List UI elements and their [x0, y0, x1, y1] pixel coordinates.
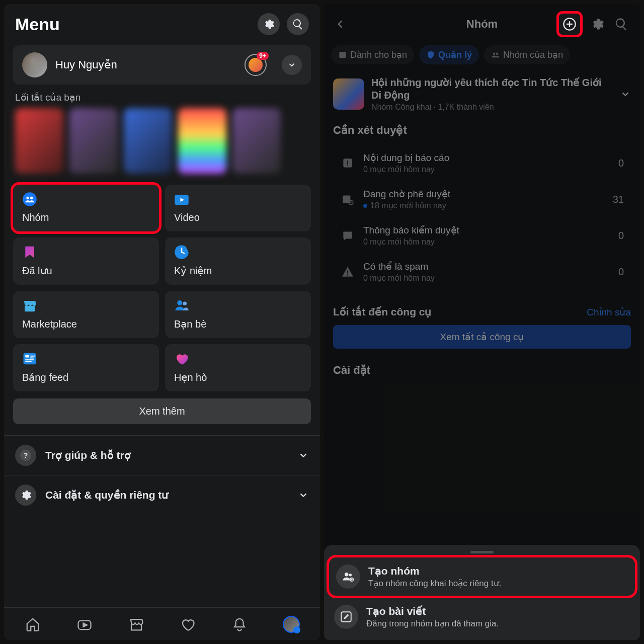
svg-point-2: [30, 197, 33, 200]
bell-icon: [232, 617, 247, 632]
settings-button[interactable]: [258, 13, 280, 35]
menu-dating[interactable]: Hẹn hò: [165, 344, 311, 391]
menu-label: Nhóm: [22, 212, 150, 223]
svg-rect-12: [30, 358, 33, 359]
gear-icon: [15, 485, 36, 506]
home-icon: [25, 617, 40, 632]
svg-marker-18: [83, 623, 87, 627]
sheet-item-sub: Tạo nhóm công khai hoặc riêng tư.: [368, 578, 501, 589]
shortcut-tile[interactable]: [178, 108, 226, 174]
menu-label: Bạn bè: [174, 318, 302, 330]
groups-icon: [22, 192, 37, 207]
friends-icon: [174, 298, 189, 313]
svg-text:?: ?: [24, 451, 28, 459]
sheet-create-post[interactable]: Tạo bài viết Đăng trong nhóm bạn đã tham…: [324, 598, 640, 636]
feed-icon: [22, 351, 37, 366]
menu-groups[interactable]: Nhóm: [13, 185, 159, 231]
menu-feeds[interactable]: Bảng feed: [13, 344, 159, 391]
svg-point-1: [27, 197, 30, 200]
create-group-icon: [336, 565, 360, 589]
sheet-create-group[interactable]: Tạo nhóm Tạo nhóm công khai hoặc riêng t…: [329, 557, 635, 596]
shortcuts-row[interactable]: [4, 108, 320, 185]
menu-label: Video: [174, 212, 302, 223]
menu-friends[interactable]: Bạn bè: [165, 291, 311, 338]
marketplace-icon: [22, 298, 37, 313]
page-title: Menu: [15, 15, 60, 34]
help-icon: ?: [15, 445, 36, 466]
menu-label: Marketplace: [22, 318, 150, 330]
chevron-down-icon: [298, 450, 309, 461]
sheet-item-title: Tạo nhóm: [368, 565, 501, 577]
menu-saved[interactable]: Đã lưu: [13, 237, 159, 285]
profile-card[interactable]: Huy Nguyễn 9+: [13, 45, 311, 85]
see-more-button[interactable]: Xem thêm: [13, 398, 311, 424]
clock-icon: [174, 245, 189, 260]
video-icon: [174, 192, 189, 207]
svg-point-0: [23, 192, 37, 206]
nav-marketplace[interactable]: [126, 614, 147, 635]
menu-memories[interactable]: Kỷ niệm: [165, 237, 311, 285]
avatar-menu-icon: [283, 616, 300, 633]
shortcut-tile[interactable]: [69, 108, 118, 174]
nav-dating[interactable]: [177, 614, 198, 635]
svg-rect-6: [25, 306, 35, 311]
nav-notifications[interactable]: [229, 614, 250, 635]
menu-video[interactable]: Video: [165, 185, 311, 231]
notification-badge: 9+: [257, 52, 269, 60]
svg-point-29: [345, 573, 349, 577]
nav-home[interactable]: [22, 614, 43, 635]
svg-rect-13: [25, 359, 34, 360]
avatar: [22, 52, 47, 77]
menu-marketplace[interactable]: Marketplace: [13, 291, 159, 338]
svg-rect-14: [25, 361, 32, 362]
shortcuts-label: Lối tắt của bạn: [4, 92, 320, 108]
svg-rect-9: [24, 353, 36, 365]
shortcut-tile[interactable]: [232, 108, 281, 174]
search-button[interactable]: [287, 13, 309, 35]
story-ring-icon[interactable]: 9+: [245, 54, 267, 76]
menu-label: Đã lưu: [22, 265, 150, 277]
plus-icon: [562, 17, 577, 31]
shortcut-tile[interactable]: [15, 108, 63, 174]
chevron-down-icon: [298, 490, 309, 501]
heart-icon: [174, 351, 189, 366]
help-label: Trợ giúp & hỗ trợ: [45, 449, 289, 461]
create-button[interactable]: [560, 15, 579, 34]
sheet-item-title: Tạo bài viết: [366, 605, 499, 617]
bottom-nav: [4, 607, 320, 640]
menu-label: Kỷ niệm: [174, 265, 302, 277]
help-row[interactable]: ? Trợ giúp & hỗ trợ: [4, 435, 320, 475]
gear-icon: [263, 18, 275, 30]
profile-name: Huy Nguyễn: [55, 58, 236, 71]
expand-profile-button[interactable]: [282, 55, 302, 75]
action-sheet: Tạo nhóm Tạo nhóm công khai hoặc riêng t…: [324, 545, 640, 640]
svg-rect-11: [30, 356, 35, 357]
menu-label: Hẹn hò: [174, 371, 302, 383]
create-post-icon: [334, 605, 358, 629]
nav-menu[interactable]: [281, 614, 302, 635]
video-icon: [77, 617, 92, 632]
menu-label: Bảng feed: [22, 371, 150, 383]
svg-rect-10: [25, 355, 29, 358]
shortcut-tile[interactable]: [124, 108, 172, 174]
svg-point-7: [177, 300, 182, 305]
nav-video[interactable]: [74, 614, 95, 635]
svg-point-30: [349, 574, 352, 576]
svg-point-8: [183, 302, 187, 306]
sheet-item-sub: Đăng trong nhóm bạn đã tham gia.: [366, 618, 499, 629]
settings-label: Cài đặt & quyền riêng tư: [45, 489, 289, 501]
store-icon: [129, 617, 144, 632]
heart-icon: [180, 617, 195, 632]
settings-row[interactable]: Cài đặt & quyền riêng tư: [4, 475, 320, 515]
chevron-down-icon: [287, 60, 296, 69]
search-icon: [292, 18, 304, 30]
bookmark-icon: [22, 245, 37, 260]
create-button-highlight: [556, 11, 583, 37]
sheet-handle[interactable]: [470, 551, 494, 553]
